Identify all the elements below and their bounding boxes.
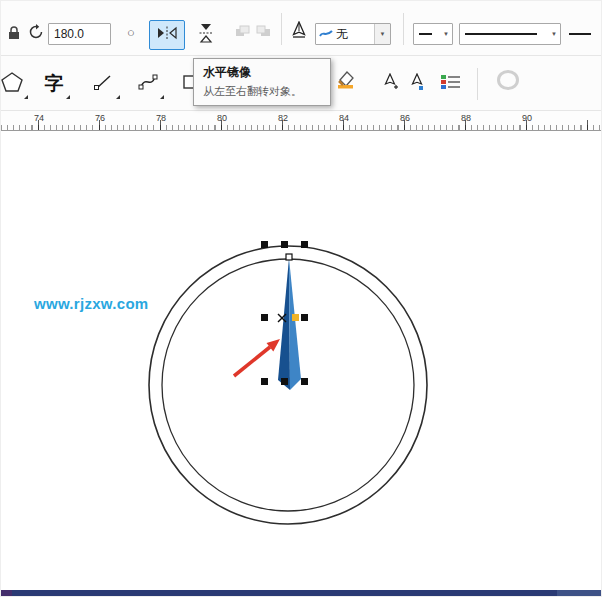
line-start-style-dropdown[interactable]: ▼	[413, 23, 453, 45]
bezier-tool-button[interactable]	[129, 66, 167, 102]
round-indicator-icon[interactable]: ○	[123, 24, 139, 40]
pen-tool-button[interactable]	[377, 66, 405, 102]
layer-order-icon	[235, 23, 250, 41]
ruler-number: 80	[217, 113, 227, 123]
ruler-number: 84	[339, 113, 349, 123]
bezier-curve-icon	[138, 73, 158, 95]
ruler-number: 88	[461, 113, 471, 123]
mirror-vertical-button[interactable]	[189, 20, 223, 50]
horizontal-ruler[interactable]: 74 76 78 80 82 84 86 88 90	[1, 111, 602, 131]
ruler-major-ticks	[38, 120, 602, 130]
properties-list-icon	[440, 74, 461, 94]
line-end-style-preview[interactable]	[569, 33, 591, 35]
outline-style-icon	[316, 28, 333, 40]
outline-pen-button[interactable]	[289, 22, 309, 42]
ruler-number: 74	[34, 113, 44, 123]
polygon-icon	[1, 72, 23, 96]
text-tool-button[interactable]: 字	[35, 66, 73, 102]
separator	[281, 13, 282, 45]
pen-plus-icon	[383, 73, 399, 95]
freehand-tool-button[interactable]	[85, 66, 123, 102]
ruler-number: 76	[95, 113, 105, 123]
ruler-number: 86	[400, 113, 410, 123]
mirror-vertical-icon	[199, 23, 213, 47]
separator	[477, 68, 478, 100]
tooltip-description: 从左至右翻转对象。	[203, 84, 321, 99]
chevron-down-icon[interactable]: ▼	[443, 31, 452, 37]
taskbar-strip	[1, 590, 602, 597]
flyout-arrow-icon	[66, 95, 70, 99]
chevron-down-icon[interactable]: ▼	[551, 31, 560, 37]
mirror-horizontal-button[interactable]	[149, 20, 185, 50]
ruler-number: 78	[156, 113, 166, 123]
line-style-dropdown[interactable]: ▼	[459, 23, 561, 45]
separator	[403, 13, 404, 45]
app-window: ○	[0, 0, 602, 597]
rotation-button[interactable]	[27, 25, 45, 43]
outline-width-dropdown[interactable]: 无 ▼	[315, 23, 391, 45]
taskbar-left-segment	[1, 590, 12, 597]
freehand-line-icon	[94, 73, 114, 95]
line-style-preview	[419, 33, 432, 35]
calligraphy-tool-button[interactable]	[403, 66, 431, 102]
order-back-button[interactable]	[254, 24, 272, 40]
ruler-number: 82	[278, 113, 288, 123]
rotate-icon	[28, 24, 44, 44]
ellipse-tool-button-disabled[interactable]	[489, 64, 527, 100]
polygon-tool-button[interactable]	[0, 66, 31, 102]
nib-dot-icon	[409, 73, 425, 95]
taskbar-right-segment	[557, 590, 602, 597]
canvas-drawing	[1, 131, 602, 590]
ellipse-ring-icon	[496, 69, 520, 95]
line-style-preview	[465, 33, 537, 35]
mirror-horizontal-icon	[157, 26, 177, 44]
drawing-canvas[interactable]: www.rjzxw.com	[1, 131, 602, 590]
lock-icon	[7, 25, 21, 44]
watermark-text: www.rjzxw.com	[34, 295, 148, 312]
ellipse-glyph: ○	[127, 26, 135, 39]
fill-bucket-icon	[335, 70, 357, 94]
chevron-down-icon[interactable]: ▼	[374, 24, 390, 44]
ruler-number: 90	[522, 113, 532, 123]
text-tool-glyph: 字	[45, 71, 64, 97]
outline-width-value: 无	[333, 26, 348, 43]
object-properties-button[interactable]	[433, 66, 467, 102]
smart-fill-tool-button[interactable]	[327, 64, 365, 100]
property-bar: ○	[1, 1, 602, 56]
selected-node[interactable]	[292, 314, 299, 321]
order-front-button[interactable]	[233, 24, 251, 40]
rotation-angle-input[interactable]	[48, 23, 111, 45]
tooltip: 水平镜像 从左至右翻转对象。	[193, 58, 331, 106]
flyout-arrow-icon	[116, 95, 120, 99]
flyout-arrow-icon	[160, 95, 164, 99]
lock-ratio-button[interactable]	[6, 26, 22, 42]
apex-node[interactable]	[286, 254, 292, 260]
layer-order-back-icon	[256, 23, 271, 41]
flyout-arrow-icon	[24, 95, 28, 99]
pen-nib-icon	[290, 21, 308, 43]
tooltip-title: 水平镜像	[203, 64, 321, 81]
